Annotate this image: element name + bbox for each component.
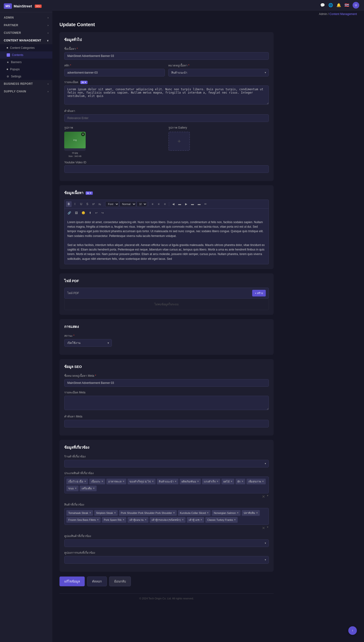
save-button[interactable]: แก้ไขข้อมูล — [60, 576, 85, 586]
related-products-clear[interactable]: ✕ — [262, 526, 265, 530]
tag-remove-tofu-silken[interactable]: ✕ — [145, 518, 146, 521]
sidebar-logo[interactable]: MS MainStreet DEV — [0, 0, 52, 12]
rte-body[interactable]: Lorem ipsum dolor sit amet, consectetur … — [64, 217, 269, 264]
category-select[interactable]: สินค้าแนะนำ — [168, 69, 269, 77]
strikethrough-button[interactable]: S — [84, 201, 90, 207]
related-products-container[interactable]: Tomahawk Steak ✕ Striploin Steak ✕ Pork … — [64, 508, 269, 525]
youtube-input[interactable] — [64, 165, 269, 173]
sidebar-item-content-management[interactable]: CONTENT MANAGEMENT ∨ — [0, 37, 52, 44]
ul-button[interactable]: ≡ — [150, 201, 155, 207]
sidebar-item-settings[interactable]: ⚙ Settings — [0, 73, 52, 80]
tag-remove-ready[interactable]: ✕ — [152, 480, 154, 483]
product-type-clear[interactable]: ✕ — [262, 494, 265, 499]
image-button[interactable]: 🖼 — [73, 210, 80, 216]
tag-remove-drink[interactable]: ✕ — [93, 487, 95, 490]
related-store-select[interactable] — [64, 460, 269, 467]
tag-remove-striploin[interactable]: ✕ — [114, 511, 116, 514]
tag-chip-fruit: ผลไม้ ✕ — [222, 479, 234, 484]
pencil-button[interactable]: ✏ — [203, 201, 208, 207]
font-select[interactable]: Font — [106, 201, 119, 207]
size-select[interactable]: 16 — [136, 201, 147, 207]
related-products-expand[interactable]: ▼ — [266, 526, 269, 530]
meta-desc-textarea[interactable] — [64, 396, 269, 410]
tag-chip-tilapia: ปลาทับทิม ✕ — [242, 510, 260, 516]
indent-button[interactable]: ≡ — [162, 201, 168, 207]
style-select[interactable]: Normal — [120, 201, 136, 207]
meta-keyword-label: คำค้นหา Meta — [64, 414, 269, 419]
gallery-add-button[interactable]: + — [168, 132, 190, 151]
tag-remove-featured[interactable]: ✕ — [174, 480, 176, 483]
sidebar-item-partner[interactable]: PARTNER › — [0, 22, 52, 29]
sidebar-item-popups[interactable]: Popups — [0, 66, 52, 73]
description-textarea[interactable]: Lorem ipsum dolor sit amet, consectetur … — [64, 86, 269, 105]
tag-remove-seabass[interactable]: ✕ — [97, 518, 99, 521]
slug-input[interactable] — [64, 69, 165, 77]
tag-remove-classic-turkey[interactable]: ✕ — [234, 518, 236, 521]
tag-remove-beef[interactable]: ✕ — [84, 480, 86, 483]
subscript-button[interactable]: x₂ — [97, 201, 103, 207]
tag-remove-pork-shoulder[interactable]: ✕ — [173, 511, 175, 514]
status-select[interactable]: เปิดใช้งาน ปิดใช้งาน — [64, 339, 112, 347]
link-button[interactable]: 🔗 — [66, 210, 73, 216]
tag-remove-tilapia[interactable]: ✕ — [256, 511, 258, 514]
align-center-button[interactable]: ▬ — [176, 201, 183, 207]
underline-button[interactable]: U — [78, 201, 84, 207]
product-type-expand[interactable]: ▼ — [266, 494, 269, 499]
tag-remove-snack[interactable]: ✕ — [75, 487, 76, 490]
align-full-button[interactable]: ▬ — [196, 201, 202, 207]
ol-button[interactable]: ≡ — [156, 201, 162, 207]
redo-button[interactable]: ↪ — [100, 210, 106, 216]
tag-remove-fruit[interactable]: ✕ — [230, 480, 232, 483]
tag-remove-tofu-h[interactable]: ✕ — [200, 518, 202, 521]
chat-icon[interactable]: 💬 — [320, 3, 325, 8]
delivery-select[interactable] — [64, 556, 269, 564]
tag-remove-curry[interactable]: ✕ — [216, 480, 218, 483]
upload-button[interactable]: ⬆ — [87, 210, 93, 216]
tag-remove-health[interactable]: ✕ — [262, 480, 264, 483]
meta-title-input[interactable] — [64, 379, 269, 387]
seo-section: ข้อมูล SEO ชื่อหมวดหมู่เนื้อหา Meta * รา… — [60, 359, 274, 436]
coupon-select[interactable] — [64, 539, 269, 547]
tag-remove-pork-rib[interactable]: ✕ — [122, 518, 124, 521]
bell-icon[interactable]: 🔔 — [336, 3, 341, 8]
product-types-container[interactable]: เนื้อวัว & เนื้อ ✕ เนื้อแกะ ✕ อาหารทะเล … — [64, 477, 269, 493]
align-justify-button[interactable]: ▬ — [190, 201, 196, 207]
sidebar-item-admin[interactable]: ADMIN › — [0, 14, 52, 22]
sidebar-item-supply-chain[interactable]: SUPPLY CHAIN › — [0, 88, 52, 95]
sidebar-item-business-report[interactable]: BUSINESS REPORT › — [0, 80, 52, 88]
scroll-to-top-button[interactable]: ↑ — [348, 626, 357, 635]
ai-badge-content[interactable]: AI ✦ — [86, 191, 93, 195]
tag-remove-norwegian[interactable]: ✕ — [237, 511, 238, 514]
undo-button[interactable]: ↩ — [94, 210, 99, 216]
meta-keyword-input[interactable] — [64, 420, 269, 427]
image-remove-button[interactable]: ✕ — [81, 132, 85, 136]
sidebar-item-banners[interactable]: ★ Banners — [0, 59, 52, 66]
align-right-button[interactable]: ▶ — [183, 201, 189, 207]
name-input[interactable] — [64, 52, 269, 60]
tag-remove-seafood[interactable]: ✕ — [122, 480, 124, 483]
back-button[interactable]: ย้อนกลับ — [109, 576, 131, 586]
ai-badge-description[interactable]: AI ✦ — [80, 81, 88, 84]
tag-remove-dairy[interactable]: ✕ — [197, 480, 199, 483]
sidebar-item-contents[interactable]: Contents — [0, 52, 52, 59]
italic-button[interactable]: I — [72, 201, 78, 207]
breadcrumb-link[interactable]: Content Management — [330, 12, 357, 16]
globe-icon[interactable]: 🌐 — [328, 3, 333, 8]
avatar[interactable]: U — [352, 2, 359, 9]
flag-icon[interactable]: 🇹🇭 — [344, 3, 349, 8]
keyword-input[interactable] — [64, 114, 269, 122]
tag-remove-tofu-crispy[interactable]: ✕ — [182, 518, 184, 521]
add-file-button[interactable]: + สร้าง — [252, 290, 266, 296]
tag-remove-veg[interactable]: ✕ — [242, 480, 244, 483]
tag-remove-kurobuta[interactable]: ✕ — [207, 511, 209, 514]
image-size: Size : 343 KB — [64, 155, 86, 157]
tag-remove-tomahawk[interactable]: ✕ — [89, 511, 91, 514]
sidebar-item-customer[interactable]: CUSTOMER › — [0, 29, 52, 37]
duplicate-button[interactable]: คัดลอก — [87, 576, 107, 586]
superscript-button[interactable]: x² — [91, 201, 96, 207]
sidebar-item-content-categories[interactable]: Content Categories — [0, 44, 52, 52]
emoji-button[interactable]: 😊 — [80, 210, 87, 216]
bold-button[interactable]: B — [66, 201, 72, 207]
tag-remove-lamb[interactable]: ✕ — [101, 480, 103, 483]
align-left-button[interactable]: ◀ — [170, 201, 176, 207]
